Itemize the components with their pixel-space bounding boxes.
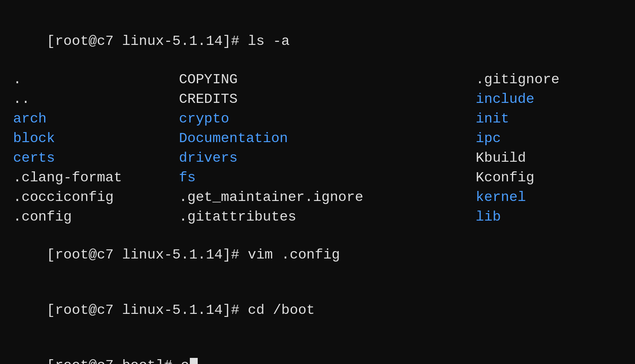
command-line-3: [root@c7 linux-5.1.14]# cd /boot xyxy=(13,284,622,337)
ls-cell-5-1: .clang-format xyxy=(13,168,179,188)
ls-cell-7-3: lib xyxy=(476,208,622,227)
ls-cell-6-1: .cocciconfig xyxy=(13,188,179,208)
prompt-3: [root@c7 linux-5.1.14]# cd /boot xyxy=(47,302,315,318)
ls-output: . COPYING .gitignore .. CREDITS include … xyxy=(13,70,622,227)
ls-cell-0-3: .gitignore xyxy=(476,70,622,90)
ls-cell-1-1: .. xyxy=(13,90,179,109)
ls-cell-0-1: . xyxy=(13,70,179,90)
ls-cell-4-2: drivers xyxy=(179,149,476,168)
ls-cell-6-3: kernel xyxy=(476,188,622,208)
ls-cell-2-3: init xyxy=(476,109,622,129)
ls-cell-1-2: CREDITS xyxy=(179,90,476,109)
terminal-cursor xyxy=(190,358,198,364)
prompt-1: [root@c7 linux-5.1.14]# ls -a xyxy=(47,33,290,49)
ls-cell-2-1: arch xyxy=(13,109,179,129)
ls-cell-6-2: .get_maintainer.ignore xyxy=(179,188,476,208)
command-line-1: [root@c7 linux-5.1.14]# ls -a xyxy=(13,15,622,68)
command-line-4[interactable]: [root@c7 boot]# c xyxy=(13,339,622,364)
ls-cell-3-2: Documentation xyxy=(179,129,476,149)
ls-cell-0-2: COPYING xyxy=(179,70,476,90)
prompt-4: [root@c7 boot]# c xyxy=(47,357,189,364)
ls-cell-5-3: Kconfig xyxy=(476,168,622,188)
ls-cell-3-3: ipc xyxy=(476,129,622,149)
ls-cell-3-1: block xyxy=(13,129,179,149)
ls-cell-7-1: .config xyxy=(13,208,179,227)
prompt-2: [root@c7 linux-5.1.14]# vim .config xyxy=(47,247,340,263)
ls-cell-2-2: crypto xyxy=(179,109,476,129)
ls-cell-4-1: certs xyxy=(13,149,179,168)
ls-cell-5-2: fs xyxy=(179,168,476,188)
ls-cell-1-3: include xyxy=(476,90,622,109)
command-line-2: [root@c7 linux-5.1.14]# vim .config xyxy=(13,228,622,282)
ls-cell-4-3: Kbuild xyxy=(476,149,622,168)
ls-cell-7-2: .gitattributes xyxy=(179,208,476,227)
terminal-window: [root@c7 linux-5.1.14]# ls -a . COPYING … xyxy=(0,0,635,364)
